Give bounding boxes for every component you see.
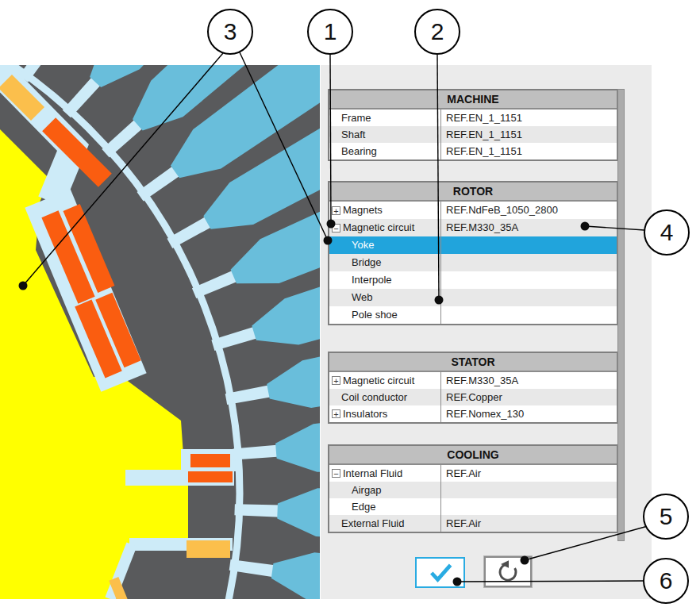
table-row-web[interactable]: Web: [329, 289, 617, 306]
check-icon: [426, 562, 455, 584]
stator-table: STATOR +Magnetic circuitREF.M330_35A Coi…: [328, 352, 618, 424]
table-row-frame[interactable]: FrameREF.EN_1_1151: [329, 110, 617, 126]
table-row-shaft[interactable]: ShaftREF.EN_1_1151: [329, 126, 617, 143]
callout-6: 6: [643, 558, 689, 604]
motor-cross-section-image: [0, 65, 320, 599]
table-row-airgap[interactable]: Airgap: [329, 482, 617, 498]
table-row-magnetic-circuit[interactable]: −Magnetic circuitREF.M330_35A: [329, 219, 617, 236]
stator-table-header: STATOR: [329, 353, 617, 372]
materials-panel: MACHINE FrameREF.EN_1_1151 ShaftREF.EN_1…: [321, 65, 652, 599]
table-row-edge[interactable]: Edge: [329, 498, 617, 515]
rotor-table: ROTOR +MagnetsREF.NdFeB_1050_2800 −Magne…: [328, 181, 618, 325]
reset-arrow-icon: [495, 559, 521, 585]
callout-4: 4: [644, 209, 690, 256]
table-row-internal-fluid[interactable]: −Internal FluidREF.Air: [329, 465, 617, 482]
rotor-table-header: ROTOR: [329, 183, 617, 202]
table-row-external-fluid[interactable]: External FluidREF.Air: [329, 515, 617, 532]
table-row-interpole[interactable]: Interpole: [329, 271, 617, 289]
callout-5: 5: [643, 494, 689, 540]
machine-table-header: MACHINE: [329, 90, 617, 110]
expand-icon[interactable]: +: [332, 376, 340, 385]
confirm-button[interactable]: [415, 557, 465, 588]
machine-table: MACHINE FrameREF.EN_1_1151 ShaftREF.EN_1…: [328, 89, 618, 161]
collapse-icon[interactable]: −: [332, 469, 340, 478]
table-row-stator-magnetic-circuit[interactable]: +Magnetic circuitREF.M330_35A: [329, 372, 617, 389]
expand-icon[interactable]: +: [332, 206, 340, 215]
table-row-coil-conductor[interactable]: Coil conductorREF.Copper: [329, 389, 617, 405]
magnet-orange: [188, 471, 233, 482]
cooling-table-header: COOLING: [329, 446, 617, 465]
magnet-amber: [187, 540, 230, 558]
table-row-pole-shoe[interactable]: Pole shoe: [329, 306, 617, 324]
callout-1: 1: [307, 9, 353, 55]
panel-scrollbar[interactable]: [617, 89, 625, 541]
table-row-insulators[interactable]: +InsulatorsREF.Nomex_130: [329, 405, 617, 422]
table-row-magnets[interactable]: +MagnetsREF.NdFeB_1050_2800: [329, 202, 617, 219]
magnet-orange: [190, 454, 230, 467]
callout-3: 3: [207, 9, 253, 55]
collapse-icon[interactable]: −: [332, 224, 340, 232]
expand-icon[interactable]: +: [332, 409, 340, 418]
cooling-table: COOLING −Internal FluidREF.Air Airgap Ed…: [328, 444, 618, 533]
app-window: { "callouts": { "labels": ["1", "2", "3"…: [0, 0, 700, 611]
table-row-bearing[interactable]: BearingREF.EN_1_1151: [329, 143, 617, 159]
reset-button[interactable]: [484, 556, 532, 587]
table-row-bridge[interactable]: Bridge: [329, 254, 617, 271]
callout-2: 2: [414, 9, 460, 55]
table-row-yoke-selected[interactable]: Yoke: [329, 236, 617, 254]
